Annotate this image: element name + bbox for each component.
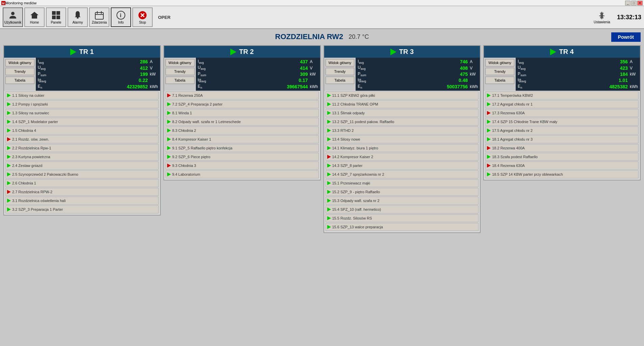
list-item[interactable]: 18.5 SZP 14 KBW parter przy oblewarkach [485, 170, 639, 178]
list-item[interactable]: 2.5 Szynoprzewód 2 Pakowaczki Bueno [5, 170, 159, 178]
list-item[interactable]: 13.3 RTHD 2 [326, 126, 479, 135]
list-item[interactable]: 2.3 Kurtyna powietrzna [5, 153, 159, 161]
list-item[interactable]: 8.3 Chłodnia 2 [165, 126, 319, 135]
tr-btn-tr2-1[interactable]: Trendy [165, 68, 195, 75]
list-item-label: 1.3 Silosy na surowiec [12, 111, 49, 115]
settings-button[interactable]: Ustawienia [594, 11, 610, 24]
toolbar-stop[interactable]: Stop [132, 7, 153, 27]
stop-icon [138, 10, 147, 20]
list-item[interactable]: 1.5 Chłodnia 4 [5, 126, 159, 135]
tr-btn-tr3-0[interactable]: Widok główny [326, 59, 355, 66]
list-item-label: 18.3 Szafa podest Raffaello [492, 155, 538, 159]
list-item[interactable]: 8.2 Odpady wafl. szafa nr 1 Letmeschede [165, 118, 319, 126]
tr-btn-tr2-2[interactable]: Tabela [165, 77, 195, 84]
list-item[interactable]: 18.3 Szafa podest Raffaello [485, 153, 639, 161]
tr-btn-tr4-2[interactable]: Tabela [485, 77, 514, 84]
list-item-label: 17.3 Rezerwa 630A [492, 111, 525, 115]
list-item[interactable]: 8.4 Kompresor Kaiser 1 [165, 135, 319, 143]
tr-data-value-tr2-1: 414 [208, 65, 308, 71]
toolbar-uzytkownik[interactable]: Użytkownik [3, 7, 23, 27]
toolbar-uzytkownik-label: Użytkownik [4, 21, 22, 24]
list-item[interactable]: 14.2 Kompresor Kaiser 2 [326, 153, 479, 161]
toolbar-alarmy[interactable]: Alarmy [68, 7, 88, 27]
tr-data-label-tr4-3: tgavg [518, 78, 526, 83]
svg-rect-9 [95, 12, 103, 19]
list-item[interactable]: 7.1 Rezerwa 250A [165, 91, 319, 99]
list-item[interactable]: 2.1 Rozdz. ośw. zewn. [5, 135, 159, 143]
tr-data-value-tr3-2: 475 [367, 71, 468, 77]
list-item[interactable]: 2.2 Rozdzielnica Rpw-1 [5, 144, 159, 152]
tr-col-tr2: TR 2Widok głównyTrendyTabelaIavg437AUavg… [163, 45, 321, 180]
list-item[interactable]: 17.5 Agregat chłodu nr 2 [485, 126, 639, 135]
list-item[interactable]: 15.4 SPZ_10 (raff. hermetico) [326, 205, 479, 213]
page-temp: 20.7 °C [349, 33, 369, 40]
minimize-button[interactable]: _ [625, 1, 630, 5]
list-item[interactable]: 1.3 Silosy na surowiec [5, 109, 159, 117]
list-item[interactable]: 11.2 Chłodnia TRANE OPM [326, 100, 479, 108]
list-item[interactable]: 1.2 Pompy i sprężarki [5, 100, 159, 108]
list-item-label: 15.4 SPZ_10 (raff. hermetico) [332, 207, 381, 211]
tr-btn-tr4-0[interactable]: Widok główny [485, 59, 514, 66]
green-arrow-icon [7, 120, 11, 124]
tr-title-tr3: TR 3 [399, 48, 414, 56]
list-item[interactable]: 15.3 Odpady wafl. szafa nr 2 [326, 197, 479, 205]
list-item[interactable]: 18.4 Rezerwa 630A [485, 162, 639, 170]
list-item[interactable]: 13.1 Ślimak odpady [326, 109, 479, 117]
tr-arrow-tr3 [390, 49, 396, 55]
list-item[interactable]: 14.4 SZP_7 sprężarkownia nr 2 [326, 170, 479, 178]
maximize-button[interactable]: □ [631, 1, 637, 5]
list-item[interactable]: 2.7 Rozdzielnica RPW-2 [5, 188, 159, 196]
tr-btn-tr3-2[interactable]: Tabela [326, 77, 355, 84]
green-arrow-icon [327, 199, 331, 203]
list-item[interactable]: 14.1 Klimatyz. biura 1 piętro [326, 144, 479, 152]
list-item-label: 17.1 Temperówka KBW2 [492, 93, 533, 97]
list-item-label: 3.1 Rozdzielnica oświetlenia hali [12, 199, 66, 203]
list-item[interactable]: 11.1 SZP KBW2 góra piłki [326, 91, 479, 99]
list-item[interactable]: 14.3 SZP_8 parter [326, 162, 479, 170]
list-item[interactable]: 9.4 Laboratorium [165, 170, 319, 178]
list-item[interactable]: 9.3 Chłodnia 3 [165, 162, 319, 170]
list-item[interactable]: 13.4 Silosy nowe [326, 135, 479, 143]
toolbar-info[interactable]: i Info [111, 7, 131, 27]
list-item[interactable]: 9.2 SZP_6 Piece piętro [165, 153, 319, 161]
tr-btn-tr2-0[interactable]: Widok główny [165, 59, 195, 66]
list-item[interactable]: 13.2 SZP_11 podest pakow. Raffaello [326, 118, 479, 126]
list-item[interactable]: 17.1 Temperówka KBW2 [485, 91, 639, 99]
list-item[interactable]: 15.1 Przesiewacz mąki [326, 179, 479, 187]
tr-btn-tr1-0[interactable]: Widok główny [5, 59, 34, 66]
list-item-label: 2.7 Rozdzielnica RPW-2 [12, 190, 52, 194]
tr-btn-tr3-1[interactable]: Trendy [326, 68, 355, 75]
list-item[interactable]: 17.2 Agregat chłodu nr 1 [485, 100, 639, 108]
list-item[interactable]: 1.4 SZP_1 Modelator parter [5, 118, 159, 126]
list-item[interactable]: 3.2 SZP_3 Preparacja 1 Parter [5, 205, 159, 213]
list-item[interactable]: 15.6 SZP_13 walce preparacja [326, 223, 479, 231]
tr-arrow-tr4 [550, 49, 556, 55]
svg-rect-4 [52, 11, 56, 15]
powrot-button[interactable]: Powrót [611, 32, 641, 42]
list-item-label: 2.2 Rozdzielnica Rpw-1 [12, 146, 51, 150]
list-item[interactable]: 18.2 Rezerwa 400A [485, 144, 639, 152]
list-item[interactable]: 1.1 Silosy na cukier [5, 91, 159, 99]
list-item[interactable]: 3.1 Rozdzielnica oświetlenia hali [5, 197, 159, 205]
list-item[interactable]: 2.4 Zestaw gniazd [5, 162, 159, 170]
list-item[interactable]: 17.3 Rezerwa 630A [485, 109, 639, 117]
tr-btn-tr1-2[interactable]: Tabela [5, 77, 34, 84]
green-arrow-icon [327, 190, 331, 194]
list-item[interactable]: 15.5 Rozdz. Silosów RS [326, 214, 479, 222]
toolbar-zdarzenia[interactable]: Zdarzenia [89, 7, 109, 27]
list-item[interactable]: 9.1 SZP_5 Raffaello piętro konfekcja [165, 144, 319, 152]
list-item[interactable]: 17.4 SZP 15 Chłodnie Trane KBW mały [485, 118, 639, 126]
tr-data-unit-tr4-1: V [629, 66, 638, 70]
tr-title-tr2: TR 2 [239, 48, 254, 56]
toolbar-panele[interactable]: Panele [46, 7, 66, 27]
toolbar: Użytkownik Home Panele Alarmy Z [0, 6, 644, 29]
tr-btn-tr1-1[interactable]: Trendy [5, 68, 34, 75]
list-item[interactable]: 18.1 Agregat chłodu nr 3 [485, 135, 639, 143]
list-item[interactable]: 7.2 SZP_4 Preparacja 2 parter [165, 100, 319, 108]
close-button[interactable]: ✕ [637, 1, 643, 5]
list-item[interactable]: 15.2 SZP_9 - piętro Raffaello [326, 188, 479, 196]
tr-btn-tr4-1[interactable]: Trendy [485, 68, 514, 75]
list-item[interactable]: 8.1 Winda 1 [165, 109, 319, 117]
list-item[interactable]: 2.6 Chłodnia 1 [5, 179, 159, 187]
toolbar-home[interactable]: Home [24, 7, 45, 27]
